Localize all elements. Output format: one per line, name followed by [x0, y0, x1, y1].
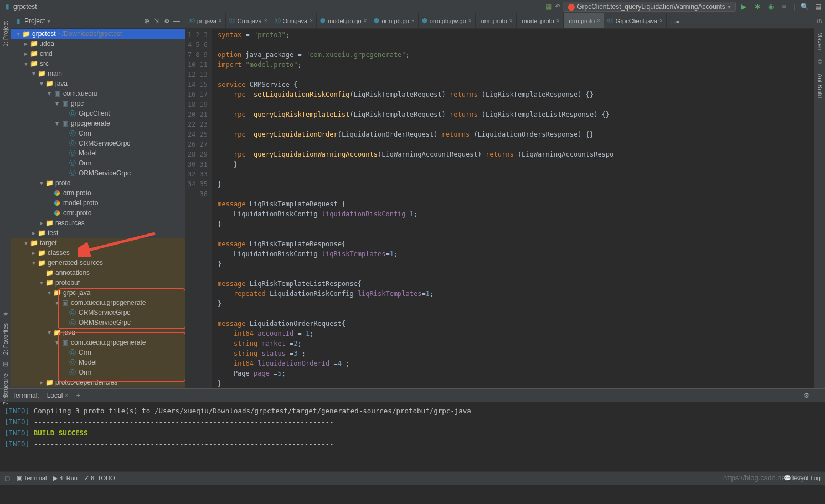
- tree-arrow-icon[interactable]: ▾: [39, 179, 44, 187]
- tree-arrow-icon[interactable]: ▾: [54, 339, 60, 346]
- run-icon[interactable]: ▶: [740, 3, 748, 11]
- status-log-btn[interactable]: 💬 Event Log: [783, 475, 821, 482]
- close-icon[interactable]: ×: [468, 18, 472, 24]
- close-icon[interactable]: ×: [411, 18, 415, 24]
- close-icon[interactable]: ×: [597, 18, 600, 24]
- tool-ant-tab[interactable]: Ant Build: [817, 71, 823, 100]
- tree-arrow-icon[interactable]: ▸: [39, 378, 44, 386]
- tree-arrow-icon[interactable]: ▾: [31, 259, 37, 267]
- collapse-icon[interactable]: ⇲: [152, 16, 162, 26]
- tree-item[interactable]: ▾📁java: [11, 328, 185, 337]
- hide-icon[interactable]: —: [814, 392, 821, 399]
- tree-item[interactable]: orm.proto: [11, 208, 185, 218]
- tool-project-tab[interactable]: 1: Project: [2, 19, 9, 49]
- tree-arrow-icon[interactable]: ▸: [23, 50, 29, 58]
- tree-item[interactable]: ▾📁main: [11, 69, 185, 79]
- code-view[interactable]: syntax = "proto3"; option java_package =…: [212, 29, 814, 388]
- tree-arrow-icon[interactable]: ▾: [23, 60, 29, 67]
- tree-arrow-icon[interactable]: ▾: [16, 30, 21, 38]
- tree-arrow-icon[interactable]: ▾: [39, 80, 44, 87]
- tree-item[interactable]: ⓒCRMServiceGrpc: [11, 138, 185, 148]
- search-icon[interactable]: 🔍: [801, 3, 808, 11]
- tree-item[interactable]: ⓒModel: [11, 148, 185, 158]
- tree-item[interactable]: ⓒOrm: [11, 158, 185, 168]
- tabs-overflow[interactable]: …≡: [667, 13, 683, 28]
- ant-icon[interactable]: ✲: [817, 58, 823, 66]
- editor-tab[interactable]: ⓒOrm.java×: [271, 13, 317, 28]
- coverage-icon[interactable]: ◉: [767, 3, 775, 11]
- tree-item[interactable]: ⓒGrpcClient: [11, 108, 185, 118]
- editor-tab[interactable]: ⬢orm.pb.gw.go×: [419, 13, 476, 28]
- tree-item[interactable]: ▾📁generated-sources: [11, 258, 185, 268]
- tree-item[interactable]: ▾▣grpcgenerate: [11, 118, 185, 128]
- target-icon[interactable]: ⊕: [142, 16, 152, 26]
- tree-item[interactable]: model.proto: [11, 198, 185, 208]
- settings-icon[interactable]: ▤: [814, 3, 822, 11]
- close-icon[interactable]: ×: [659, 18, 663, 24]
- back-icon[interactable]: ↶: [554, 3, 561, 11]
- close-icon[interactable]: ×: [219, 18, 222, 24]
- editor-tab[interactable]: ⓒGrpcClient.java×: [604, 13, 667, 28]
- tree-item[interactable]: ▾📁grpc-java: [11, 288, 185, 298]
- editor-tab[interactable]: ⬢orm.pb.go×: [370, 13, 418, 28]
- tree-item[interactable]: ▸📁test: [11, 228, 185, 238]
- tool-maven-tab[interactable]: Maven: [817, 30, 823, 53]
- editor-tab[interactable]: ⬢model.pb.go×: [317, 13, 370, 28]
- tree-arrow-icon[interactable]: ▾: [31, 70, 37, 77]
- tree-arrow-icon[interactable]: ▾: [54, 119, 60, 127]
- tree-item[interactable]: ▸📁classes: [11, 248, 185, 258]
- tool-favorites-tab[interactable]: 2: Favorites: [2, 323, 9, 355]
- structure-icon[interactable]: ⊟: [3, 360, 8, 368]
- close-icon[interactable]: ×: [509, 18, 513, 24]
- tree-arrow-icon[interactable]: ▸: [31, 249, 37, 257]
- debug-icon[interactable]: ✱: [754, 3, 761, 11]
- terminal-body[interactable]: [INFO] Compiling 3 proto file(s) to /Use…: [0, 402, 825, 471]
- tree-item[interactable]: ▸📁.idea: [11, 39, 185, 49]
- stop-icon[interactable]: ■: [780, 3, 788, 11]
- close-icon[interactable]: ×: [310, 18, 313, 24]
- tree-item[interactable]: ▾▣com.xueqiu: [11, 89, 185, 98]
- build-icon[interactable]: ▦: [545, 3, 553, 11]
- tree-arrow-icon[interactable]: ▾: [47, 90, 52, 97]
- tree-item[interactable]: ▾📁proto: [11, 178, 185, 188]
- tree-arrow-icon[interactable]: ▾: [47, 289, 52, 297]
- tree-item[interactable]: ⓒModel: [11, 357, 185, 367]
- chevron-down-icon[interactable]: ▾: [47, 17, 50, 25]
- tree-item[interactable]: ⓒORMServiceGrpc: [11, 168, 185, 178]
- terminal-tab-local[interactable]: Local ×: [44, 392, 72, 399]
- tree-item[interactable]: ⓒORMServiceGrpc: [11, 318, 185, 328]
- tree-arrow-icon[interactable]: ▸: [23, 40, 29, 48]
- gear-icon[interactable]: ⚙: [162, 16, 172, 26]
- status-terminal-btn[interactable]: ▣ Terminal: [17, 475, 47, 482]
- tree-item[interactable]: ▾📁grpctest~/Downloads/grpctest: [11, 29, 185, 39]
- terminal-add-tab[interactable]: +: [76, 392, 80, 399]
- editor-tab[interactable]: model.proto×: [517, 13, 564, 28]
- tree-item[interactable]: ▸📁protoc-dependencies: [11, 377, 185, 387]
- editor-tab[interactable]: orm.proto×: [476, 13, 517, 28]
- tree-item[interactable]: ▾▣grpc: [11, 98, 185, 108]
- tree-arrow-icon[interactable]: ▾: [39, 279, 44, 287]
- tree-item[interactable]: ▾📁protobuf: [11, 278, 185, 288]
- tree-item[interactable]: crm.proto: [11, 188, 185, 198]
- tree-item[interactable]: ▸📁cmd: [11, 49, 185, 59]
- tree-arrow-icon[interactable]: ▾: [54, 299, 60, 306]
- tree-item[interactable]: 📁annotations: [11, 268, 185, 278]
- tree-item[interactable]: ⓒCrm: [11, 128, 185, 138]
- tree-arrow-icon[interactable]: ▾: [54, 100, 60, 107]
- editor-tab[interactable]: ⓒCrm.java×: [226, 13, 271, 28]
- tree-arrow-icon[interactable]: ▾: [47, 329, 52, 336]
- maven-m-icon[interactable]: m: [817, 17, 823, 24]
- gear-icon[interactable]: ⚙: [803, 392, 809, 399]
- tree-arrow-icon[interactable]: ▾: [23, 239, 29, 247]
- tree-item[interactable]: ▾📁java: [11, 79, 185, 89]
- status-todo-btn[interactable]: ✓ 6: TODO: [84, 475, 115, 482]
- tree-item[interactable]: ⓒCrm: [11, 347, 185, 357]
- editor-tab[interactable]: crm.proto×: [564, 13, 604, 28]
- tree-item[interactable]: ▸📁resources: [11, 218, 185, 228]
- tree-item[interactable]: ▾▣com.xueqiu.grpcgenerate: [11, 337, 185, 347]
- tree-item[interactable]: ▾📁target: [11, 238, 185, 248]
- hide-icon[interactable]: —: [172, 16, 182, 26]
- tool-structure-tab[interactable]: 7: Structure: [2, 373, 9, 405]
- close-icon[interactable]: ×: [264, 18, 267, 24]
- project-tree[interactable]: ▾📁grpctest~/Downloads/grpctest▸📁.idea▸📁c…: [11, 29, 185, 388]
